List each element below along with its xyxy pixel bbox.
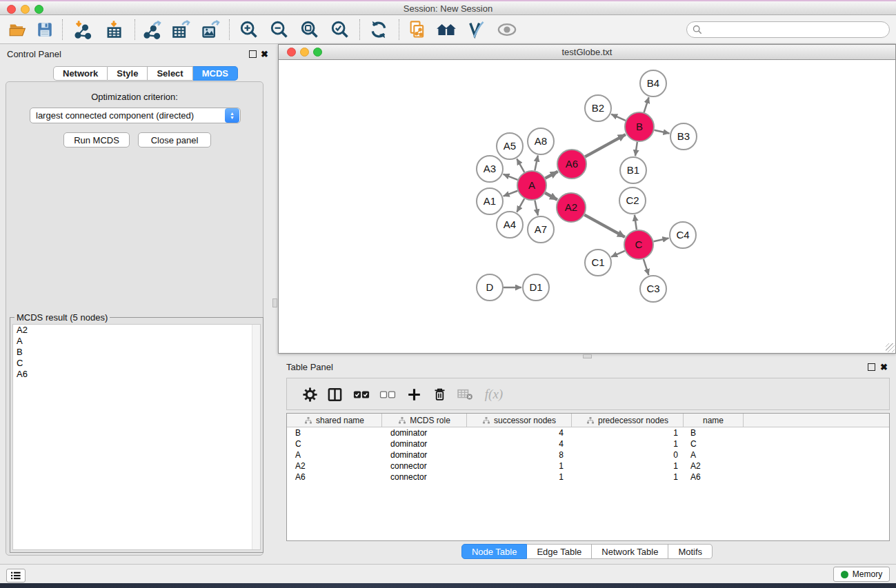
tab-mcds[interactable]: MCDS bbox=[193, 66, 238, 81]
column-header-shared-name[interactable]: shared name bbox=[287, 414, 382, 427]
graph-edge-A6-B[interactable] bbox=[585, 134, 626, 156]
export-image-button[interactable] bbox=[199, 19, 222, 40]
select-all-columns-button[interactable] bbox=[350, 384, 372, 405]
graph-node-D1[interactable]: D1 bbox=[523, 274, 549, 301]
tab-node-table[interactable]: Node Table bbox=[461, 544, 528, 559]
tab-network-table[interactable]: Network Table bbox=[592, 544, 668, 559]
tab-network[interactable]: Network bbox=[53, 66, 108, 81]
preview-eye-button[interactable] bbox=[495, 19, 519, 40]
mcds-result-item[interactable]: A2 bbox=[13, 325, 260, 336]
graph-node-C[interactable]: C bbox=[624, 230, 653, 259]
open-session-button[interactable] bbox=[6, 19, 29, 40]
graph-node-A2[interactable]: A2 bbox=[557, 193, 586, 222]
add-column-button[interactable] bbox=[403, 384, 425, 405]
save-session-button[interactable] bbox=[33, 19, 57, 40]
network-graph-canvas[interactable]: B4B2BB3A5A8A6A3AB1A1C2A4A7A2C4CC1DD1C3 bbox=[279, 60, 895, 353]
graph-node-A5[interactable]: A5 bbox=[497, 133, 523, 159]
graphics-details-button[interactable] bbox=[464, 19, 488, 40]
graph-node-C1[interactable]: C1 bbox=[585, 250, 611, 276]
mcds-result-item[interactable]: A bbox=[13, 336, 260, 347]
graph-edge-A-A5[interactable] bbox=[517, 159, 524, 172]
graph-node-A7[interactable]: A7 bbox=[528, 216, 554, 243]
window-resize-grip[interactable] bbox=[886, 343, 895, 352]
search-input[interactable] bbox=[706, 25, 884, 35]
graph-node-B3[interactable]: B3 bbox=[670, 123, 697, 150]
tab-select[interactable]: Select bbox=[148, 66, 192, 81]
graph-node-A6[interactable]: A6 bbox=[557, 150, 586, 179]
graph-node-A4[interactable]: A4 bbox=[497, 212, 523, 238]
mcds-result-item[interactable]: B bbox=[13, 347, 260, 358]
table-panel-float-icon[interactable] bbox=[868, 363, 875, 371]
tab-motifs[interactable]: Motifs bbox=[668, 544, 713, 559]
home-button[interactable] bbox=[435, 19, 458, 40]
table-row[interactable]: Adominator80A bbox=[287, 449, 889, 460]
task-history-button[interactable] bbox=[6, 569, 26, 582]
memory-button[interactable]: Memory bbox=[833, 567, 890, 582]
graph-node-B2[interactable]: B2 bbox=[585, 95, 611, 121]
export-network-button[interactable] bbox=[140, 19, 163, 40]
graph-edge-C-C2[interactable] bbox=[635, 215, 637, 230]
graph-node-C3[interactable]: C3 bbox=[640, 276, 666, 302]
zoom-fit-button[interactable] bbox=[298, 19, 321, 40]
mcds-result-item[interactable]: A6 bbox=[13, 369, 260, 380]
graph-node-A[interactable]: A bbox=[517, 171, 546, 200]
graph-node-B4[interactable]: B4 bbox=[640, 70, 666, 97]
table-row[interactable]: A6connector11A6 bbox=[287, 472, 889, 483]
import-network-button[interactable] bbox=[71, 19, 94, 40]
graph-node-C2[interactable]: C2 bbox=[619, 187, 646, 214]
graph-edge-A-A7[interactable] bbox=[535, 201, 537, 216]
delete-column-button[interactable] bbox=[428, 384, 450, 405]
unselect-all-columns-button[interactable] bbox=[377, 384, 399, 405]
tab-style[interactable]: Style bbox=[108, 66, 148, 81]
horizontal-splitter-handle[interactable] bbox=[583, 354, 592, 358]
graph-node-A3[interactable]: A3 bbox=[477, 156, 503, 182]
import-table-button[interactable] bbox=[102, 19, 126, 40]
export-table-button[interactable] bbox=[169, 19, 192, 40]
graph-edge-A-A3[interactable] bbox=[504, 174, 518, 180]
graph-edge-A-A1[interactable] bbox=[504, 191, 518, 196]
graph-edge-C-C3[interactable] bbox=[644, 259, 649, 275]
control-panel-float-icon[interactable] bbox=[249, 50, 257, 58]
graph-edge-A-A2[interactable] bbox=[545, 193, 557, 200]
refresh-view-button[interactable] bbox=[367, 19, 390, 40]
table-row[interactable]: Cdominator41C bbox=[287, 438, 889, 449]
graph-edge-A-A6[interactable] bbox=[545, 172, 557, 179]
criterion-select[interactable]: largest connected component (directed) ▲… bbox=[30, 108, 241, 123]
table-panel-close-icon[interactable]: ✖ bbox=[880, 363, 888, 371]
graph-edge-B-B1[interactable] bbox=[635, 142, 637, 156]
vertical-splitter-handle[interactable] bbox=[272, 298, 277, 307]
graph-node-A8[interactable]: A8 bbox=[528, 128, 554, 154]
graph-edge-A-A4[interactable] bbox=[517, 199, 524, 212]
column-header-name[interactable]: name bbox=[684, 414, 744, 427]
zoom-out-button[interactable] bbox=[268, 19, 291, 40]
graph-node-D[interactable]: D bbox=[477, 274, 503, 301]
columns-button[interactable] bbox=[323, 384, 346, 405]
graph-edge-C-C1[interactable] bbox=[611, 251, 625, 257]
column-header-successor-nodes[interactable]: successor nodes bbox=[467, 414, 572, 427]
graph-edge-A2-C[interactable] bbox=[584, 215, 625, 237]
table-row[interactable]: A2connector11A2 bbox=[287, 460, 889, 472]
graph-edge-B-B4[interactable] bbox=[644, 97, 649, 112]
column-header-mcds-role[interactable]: MCDS role bbox=[382, 414, 467, 427]
mcds-list-scrollbar[interactable] bbox=[252, 325, 260, 549]
graph-node-B1[interactable]: B1 bbox=[620, 157, 646, 183]
mcds-result-item[interactable]: C bbox=[13, 358, 260, 369]
zoom-in-button[interactable] bbox=[237, 19, 261, 40]
control-panel-close-icon[interactable]: ✖ bbox=[261, 50, 268, 58]
graph-edge-C-C4[interactable] bbox=[653, 238, 668, 241]
table-row[interactable]: Bdominator41B bbox=[287, 427, 889, 438]
graph-node-B[interactable]: B bbox=[625, 112, 654, 141]
copy-network-button[interactable] bbox=[406, 19, 429, 40]
graph-node-A1[interactable]: A1 bbox=[477, 188, 503, 214]
graph-node-C4[interactable]: C4 bbox=[670, 222, 696, 248]
graph-edge-B-B2[interactable] bbox=[611, 114, 626, 121]
graph-edge-A-A8[interactable] bbox=[535, 156, 537, 171]
run-mcds-button[interactable]: Run MCDS bbox=[63, 132, 130, 148]
zoom-selected-button[interactable] bbox=[328, 19, 352, 40]
graph-edge-B-B3[interactable] bbox=[654, 130, 669, 134]
tab-edge-table[interactable]: Edge Table bbox=[527, 544, 592, 559]
settings-gear-button[interactable] bbox=[299, 384, 321, 405]
column-header-predecessor-nodes[interactable]: predecessor nodes bbox=[572, 414, 684, 427]
close-panel-button[interactable]: Close panel bbox=[138, 132, 211, 148]
search-field[interactable] bbox=[686, 21, 890, 38]
